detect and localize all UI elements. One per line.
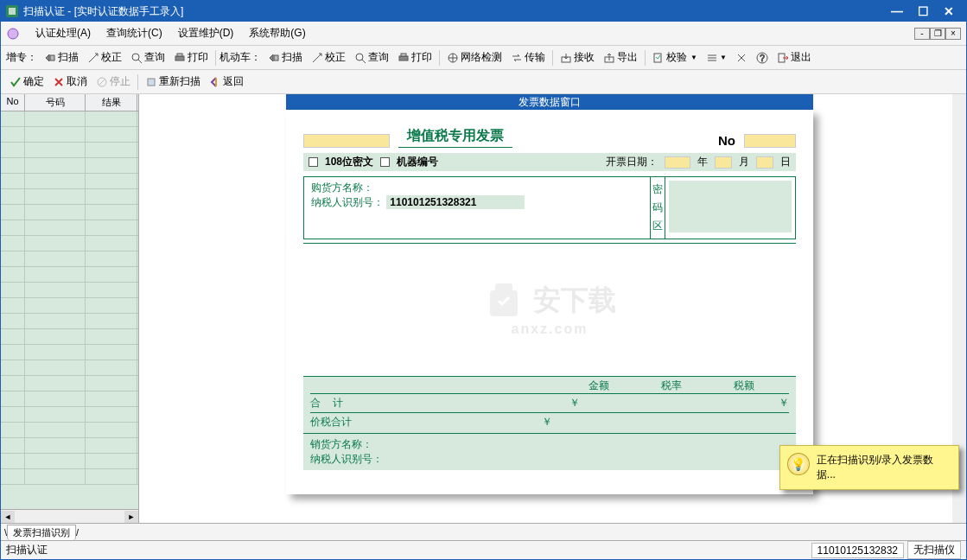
grid-header: No 号码 结果 [1,94,138,111]
motor-print-button[interactable]: 打印 [394,48,436,67]
tabbar: \发票扫描识别/ [1,523,966,540]
table-row[interactable] [1,111,138,127]
rescan-button[interactable]: 重新扫描 [142,73,204,91]
table-row[interactable] [1,267,138,283]
verify-button[interactable]: 校验▼ [649,48,701,67]
mdi-minimize[interactable]: - [914,28,930,40]
transfer-button[interactable]: 传输 [507,48,549,67]
status-left: 扫描认证 [6,543,808,557]
table-row[interactable] [1,127,138,143]
password-area [665,177,795,239]
table-row[interactable] [1,423,138,438]
receive-button[interactable]: 接收 [557,48,598,67]
scroll-left-icon[interactable]: ◄ [1,511,15,523]
invoice-window-title: 发票数据窗口 [286,94,813,110]
col-no[interactable]: No [1,94,25,111]
table-row[interactable] [1,438,138,454]
table-row[interactable] [1,407,138,423]
svg-rect-9 [401,54,406,56]
month-field[interactable] [715,156,732,169]
stop-button[interactable]: 停止 [92,73,134,91]
toolbar-extra-1[interactable]: ▼ [703,50,730,66]
table-row[interactable] [1,469,138,485]
day-field[interactable] [756,156,773,169]
toolbar-main: 增专： 扫描 校正 查询 打印 机动车： 扫描 校正 查询 打印 网络检测 传输… [1,46,966,70]
invoice-no-field[interactable] [744,134,796,148]
cancel-button[interactable]: 取消 [49,73,91,91]
scan-button[interactable]: 扫描 [41,48,82,67]
table-row[interactable] [1,143,138,158]
adjust-button[interactable]: 校正 [84,48,125,67]
table-row[interactable] [1,314,138,329]
toast-notification: 💡 正在扫描识别/录入发票数据... [779,445,959,490]
machine-checkbox[interactable] [380,157,390,167]
separator [137,74,138,90]
svg-rect-5 [177,54,182,56]
password-field[interactable] [669,181,792,232]
invoice-code-field[interactable] [303,134,390,148]
statusbar: 扫描认证 11010125132832 无扫描仪 [1,540,966,559]
toolbar-extra-2[interactable] [732,50,751,66]
invoice-type-title: 增值税专用发票 [398,127,512,148]
mdi-restore[interactable]: ❐ [930,28,945,40]
export-button[interactable]: 导出 [600,48,641,67]
table-row[interactable] [1,236,138,251]
maximize-button[interactable]: ☐ [911,3,935,19]
scroll-right-icon[interactable]: ► [124,511,138,523]
help-icon-button[interactable]: ? [753,50,772,66]
grid-body[interactable] [1,111,138,509]
svg-rect-6 [274,55,278,60]
motor-scan-button[interactable]: 扫描 [264,48,306,67]
table-row[interactable] [1,283,138,298]
col-result[interactable]: 结果 [86,94,137,111]
taxid-label: 纳税人识别号： [311,196,384,208]
svg-rect-13 [654,54,661,62]
left-grid-pane: No 号码 结果 [1,94,139,523]
exit-button[interactable]: 退出 [773,48,815,67]
svg-rect-18 [148,79,155,86]
year-field[interactable] [665,156,690,169]
back-button[interactable]: 返回 [206,73,247,91]
ok-button[interactable]: 确定 [6,73,48,91]
table-row[interactable] [1,360,138,376]
h-scrollbar[interactable]: ◄ ► [1,509,138,523]
shield-icon [483,280,525,321]
minimize-button[interactable]: — [885,3,909,19]
table-row[interactable] [1,298,138,314]
buyer-info: 购货方名称： 纳税人识别号： 110101251328321 [304,177,650,239]
mdi-close[interactable]: × [945,28,961,40]
table-row[interactable] [1,158,138,174]
netcheck-button[interactable]: 网络检测 [443,48,506,67]
table-row[interactable] [1,251,138,267]
work-area: No 号码 结果 [1,94,966,523]
cipher-checkbox[interactable] [309,157,318,167]
menu-settings[interactable]: 设置维护(D) [175,24,238,42]
table-row[interactable] [1,205,138,220]
table-row[interactable] [1,391,138,407]
motor-query-button[interactable]: 查询 [351,48,392,67]
query-button[interactable]: 查询 [127,48,169,67]
table-row[interactable] [1,220,138,236]
invoice-options-row: 108位密文 机器编号 开票日期： 年 月 日 [303,153,796,171]
table-row[interactable] [1,454,138,469]
print-button[interactable]: 打印 [170,48,212,67]
table-row[interactable] [1,174,138,189]
table-row[interactable] [1,345,138,360]
separator [645,50,646,66]
seller-name-label: 销货方名称： [310,437,789,452]
col-number[interactable]: 号码 [25,94,86,111]
table-row[interactable] [1,376,138,391]
menu-query[interactable]: 查询统计(C) [103,24,166,42]
table-row[interactable] [1,189,138,205]
table-row[interactable] [1,329,138,345]
menu-help[interactable]: 系统帮助(G) [245,24,309,42]
menu-auth[interactable]: 认证处理(A) [32,24,94,42]
invoice-pane: 发票数据窗口 增值税专用发票 No 108位密文 机器编号 [139,94,966,523]
motor-adjust-button[interactable]: 校正 [308,48,349,67]
menu-app-icon [6,27,20,41]
taxid-field[interactable]: 110101251328321 [386,195,525,209]
tab-scan-recognize[interactable]: 发票扫描识别 [7,525,76,540]
seller-box: 销货方名称： 纳税人识别号： [303,433,796,470]
watermark: 安下载 anxz.com [483,280,616,337]
close-button[interactable]: ✕ [937,3,961,19]
